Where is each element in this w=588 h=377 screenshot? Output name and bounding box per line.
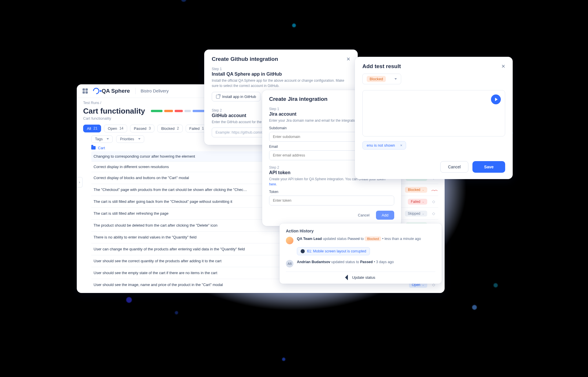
logo-mark-icon [92, 86, 101, 95]
progress-segment [164, 110, 173, 112]
apps-icon[interactable] [83, 88, 88, 94]
brand-logo[interactable]: QA Sphere [93, 88, 130, 94]
github-modal-title: Create Github integration [212, 56, 278, 62]
save-button[interactable]: Save [472, 161, 505, 173]
jira-modal-title: Create Jira integration [269, 96, 328, 102]
status-pill[interactable]: Failed ⌄ [408, 199, 427, 205]
status-pill[interactable]: Blocked ⌄ [405, 187, 427, 193]
chevron-down-icon [138, 138, 140, 140]
progress-segment [185, 110, 191, 112]
pencil-icon [345, 275, 350, 280]
token-input[interactable] [269, 196, 394, 205]
project-name[interactable]: Bistro Delivery [141, 88, 169, 93]
add-result-modal: Add test result × Blocked enu is not sho… [355, 57, 513, 179]
avatar: AB [286, 260, 293, 267]
step-label: Step 1 [212, 67, 350, 71]
history-entry: QA Team Lead updated status Passed to Bl… [286, 237, 435, 244]
field-label: Token [269, 190, 394, 194]
linked-issue-pill[interactable]: enu is not shown × [362, 141, 406, 150]
filter-chip[interactable]: Open14 [104, 125, 127, 132]
add-result-title: Add test result [362, 63, 401, 70]
close-icon[interactable]: × [346, 56, 350, 62]
history-entry: AB Andrian Budantsov updated status to P… [286, 260, 435, 267]
priorities-dropdown[interactable]: Priorities [116, 135, 144, 143]
status-badge: Blocked [367, 76, 386, 82]
close-icon[interactable]: × [501, 63, 505, 70]
divider [135, 88, 136, 94]
comment-box[interactable] [362, 90, 505, 136]
priority-icon: ︿︿ [431, 187, 436, 192]
jira-cancel-button[interactable]: Cancel [355, 211, 372, 220]
step-title: Install QA Sphere app in GitHub [212, 72, 350, 77]
priority-icon: ◇ [431, 199, 436, 204]
remove-icon[interactable]: × [400, 143, 403, 147]
priority-icon: ◇ [431, 211, 436, 216]
avatar [286, 237, 293, 244]
folder-icon [91, 146, 96, 150]
filter-chip[interactable]: Blocked2 [157, 125, 182, 132]
github-icon [301, 249, 305, 253]
status-pill[interactable]: Skipped ⌄ [405, 211, 427, 216]
folder-label: Cart [98, 146, 105, 150]
filter-chip[interactable]: Passed3 [130, 125, 154, 132]
status-select[interactable]: Blocked [362, 74, 401, 84]
brand-name: QA Sphere [102, 88, 130, 94]
action-history-panel: Action History QA Team Lead updated stat… [280, 223, 442, 284]
action-history-title: Action History [286, 229, 435, 233]
chevron-down-icon [107, 138, 109, 140]
expand-sidebar-handle[interactable]: › [77, 177, 83, 187]
update-status-button[interactable]: Update status [286, 272, 435, 280]
record-button[interactable] [491, 94, 501, 104]
page-title: Cart functionality [83, 107, 145, 116]
progress-segment [175, 110, 183, 112]
progress-segment [151, 110, 162, 112]
chevron-down-icon [395, 78, 397, 80]
jira-add-button[interactable]: Add [376, 211, 394, 220]
issue-link[interactable]: 61: Mobile screen layout is corrupted [297, 247, 370, 255]
step-desc: Install the official QA Sphere app for t… [212, 78, 350, 88]
tags-dropdown[interactable]: Tags [91, 135, 113, 143]
here-link[interactable]: here [269, 182, 276, 186]
filter-chip[interactable]: All21 [83, 125, 101, 132]
cancel-button[interactable]: Cancel [440, 161, 469, 173]
install-github-button[interactable]: Install app in GitHub [212, 92, 260, 101]
external-link-icon [216, 95, 220, 99]
